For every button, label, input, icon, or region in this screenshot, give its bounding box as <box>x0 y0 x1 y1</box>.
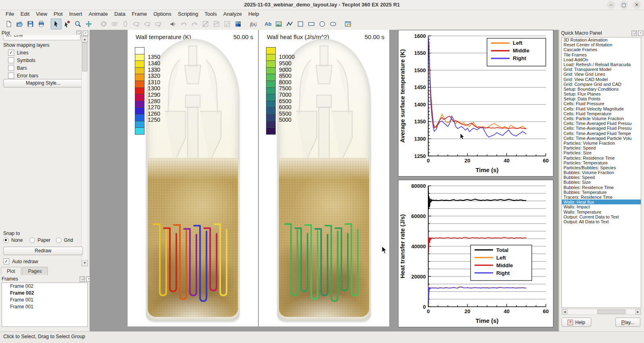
scroll-down-icon[interactable]: ▼ <box>82 260 88 266</box>
add-text-icon[interactable]: Ab <box>262 19 273 29</box>
snap-option-grid[interactable]: Grid <box>56 237 82 243</box>
macro-item[interactable]: Cells: Fluid Pressure <box>562 101 641 106</box>
menu-edit[interactable]: Edit <box>17 10 33 17</box>
adjuster-tool-icon[interactable] <box>62 19 72 29</box>
rotate-rollerball-icon[interactable] <box>109 19 120 29</box>
frame-avg-surface-temperature[interactable]: 125013001350140014501500155016000204060L… <box>398 30 553 177</box>
mapping-style-button[interactable]: Mapping Style... <box>3 79 83 87</box>
add-image-icon[interactable] <box>273 19 284 29</box>
rotate-y-icon[interactable]: Y <box>142 19 153 29</box>
macro-item[interactable]: 3D Rotation Animation <box>562 37 641 42</box>
macro-item[interactable]: Cells: Fluid Temperature <box>562 111 641 116</box>
undock-panel-icon[interactable]: ❏ <box>632 31 637 36</box>
close-panel-icon[interactable]: × <box>638 31 643 36</box>
frame-heat-transfer-rate[interactable]: 0200004000060000800000204060TotalLeftMid… <box>398 180 553 327</box>
scroll-up-icon[interactable]: ▲ <box>82 36 88 42</box>
frame-wall-temperature[interactable]: Wall temperature (K) 50.00 s 13501340133… <box>128 30 258 326</box>
redo-icon[interactable] <box>189 19 200 29</box>
macro-item[interactable]: Cells: Time-Averaged Particle Volu <box>562 136 641 141</box>
rotate-x-icon[interactable]: X <box>131 19 142 29</box>
macro-item[interactable]: Bubbles: Speed <box>562 175 641 180</box>
macro-item[interactable]: Particles: Residence Time <box>562 156 641 160</box>
frame-list-item[interactable]: Frame 002 <box>2 290 87 297</box>
macro-item[interactable]: Grid: View CAD Model <box>562 77 641 82</box>
macro-item[interactable]: Output: Current Data to Text <box>562 214 641 219</box>
close-panel-icon[interactable]: × <box>83 31 88 36</box>
scrollbar-thumb[interactable] <box>597 310 625 314</box>
macro-item[interactable]: Grid: Transparent Model <box>562 67 641 72</box>
undock-panel-icon[interactable]: ❏ <box>80 276 85 282</box>
add-polyline-icon[interactable] <box>284 19 295 29</box>
minimize-button[interactable]: – <box>607 1 615 9</box>
new-file-icon[interactable] <box>3 19 14 29</box>
radio-button[interactable] <box>56 237 62 243</box>
contour-cut-tool-icon[interactable] <box>211 19 222 29</box>
radio-button[interactable] <box>3 237 9 243</box>
macro-item[interactable]: Setup: Boundary Conditions <box>562 87 641 91</box>
macro-item[interactable]: Load: Refresh / Reload Barracuda <box>562 62 641 67</box>
snap-option-paper[interactable]: Paper <box>29 237 56 243</box>
function-fx-icon[interactable]: f(x) <box>248 19 258 29</box>
auto-redraw-checkbox[interactable]: ✓ <box>3 258 9 264</box>
rotate-spherical-icon[interactable] <box>98 19 109 29</box>
macro-item[interactable]: Tile Frames <box>562 52 641 57</box>
macro-item[interactable]: Grid: Compare Grid and CAD <box>562 82 641 87</box>
frame-wall-heat-flux[interactable]: Wall heat flux (J/s/m^2) 50.00 s 1000095… <box>259 30 389 326</box>
tab-pages[interactable]: Pages <box>22 267 48 275</box>
macro-item[interactable]: Setup: Data Points <box>562 96 641 101</box>
rotate-twist-icon[interactable] <box>120 19 131 29</box>
macro-item[interactable]: Particles: Speed <box>562 146 641 150</box>
menu-help[interactable]: Help <box>245 10 262 17</box>
add-square-icon[interactable] <box>295 19 306 29</box>
blanking-tool-icon[interactable] <box>222 19 233 29</box>
rotate-z-icon[interactable]: Z <box>153 19 163 29</box>
play-macro-button[interactable]: Play... <box>615 318 640 327</box>
radio-button[interactable] <box>29 237 35 243</box>
close-button[interactable]: ✕ <box>633 1 641 9</box>
plot-type-dropdown[interactable]: XY Line <box>3 35 80 40</box>
print-icon[interactable] <box>36 19 47 29</box>
macro-item[interactable]: Cells: Time-Averaged Fluid Tempe <box>562 131 641 136</box>
save-file-icon[interactable] <box>25 19 36 29</box>
frame-list-item[interactable]: Frame 002 <box>2 283 87 290</box>
zone-style-tool-icon[interactable] <box>233 19 244 29</box>
macro-item[interactable]: Tracers: Residence Time <box>562 195 641 200</box>
select-tool-icon[interactable] <box>51 19 62 29</box>
frame-tool-icon[interactable] <box>343 19 353 29</box>
checkbox[interactable] <box>8 65 14 71</box>
menu-frame[interactable]: Frame <box>128 10 150 17</box>
macro-item[interactable]: Particles: Size <box>562 150 641 155</box>
open-file-icon[interactable] <box>14 19 25 29</box>
menu-options[interactable]: Options <box>150 10 175 17</box>
menu-analyze[interactable]: Analyze <box>220 10 245 17</box>
maximize-button[interactable]: ▢ <box>620 1 628 9</box>
menu-plot[interactable]: Plot <box>50 10 66 17</box>
macro-item[interactable]: Cells: Time-Averaged Fluid Pressu <box>562 121 641 126</box>
macro-item[interactable]: Cascade Frames <box>562 47 641 52</box>
macro-item[interactable]: Walls: Temperature <box>562 210 641 214</box>
scrollbar-thumb[interactable] <box>82 42 87 71</box>
macro-item[interactable]: Particles: Volume Fraction <box>562 141 641 146</box>
zoom-tool-icon[interactable] <box>72 19 83 29</box>
menu-scripting[interactable]: Scripting <box>175 10 202 17</box>
checkbox[interactable]: ✓ <box>8 50 14 56</box>
macro-item[interactable]: Bubbles: Size <box>562 180 641 185</box>
frame-list-item[interactable]: Frame 001 <box>2 304 87 310</box>
heat-transfer-rate-chart[interactable]: 0200004000060000800000204060TotalLeftMid… <box>398 180 552 326</box>
menu-file[interactable]: File <box>2 10 17 17</box>
macro-item[interactable]: Bubbles: Temperature <box>562 190 641 195</box>
menu-insert[interactable]: Insert <box>66 10 86 17</box>
macro-item[interactable]: Output: All Data to Text <box>562 219 641 224</box>
scroll-left-icon[interactable]: ◀ <box>562 309 568 314</box>
macro-item[interactable]: Cells: Particle Volume Fraction <box>562 116 641 121</box>
menu-view[interactable]: View <box>33 10 50 17</box>
add-ellipse-icon[interactable] <box>328 19 339 29</box>
menu-data[interactable]: Data <box>111 10 128 17</box>
probe-tool-icon[interactable] <box>167 19 178 29</box>
macro-item[interactable]: Reset Center of Rotation <box>562 42 641 47</box>
macro-item[interactable]: Bubbles: Volume Fraction <box>562 170 641 175</box>
macro-item[interactable]: Particles/Bubbles: Species <box>562 165 641 170</box>
sidebar-scrollbar[interactable]: ▲ ▼ <box>81 36 88 266</box>
slice-tool-icon[interactable] <box>200 19 211 29</box>
macro-item[interactable]: Grid: View Grid Lines <box>562 72 641 77</box>
